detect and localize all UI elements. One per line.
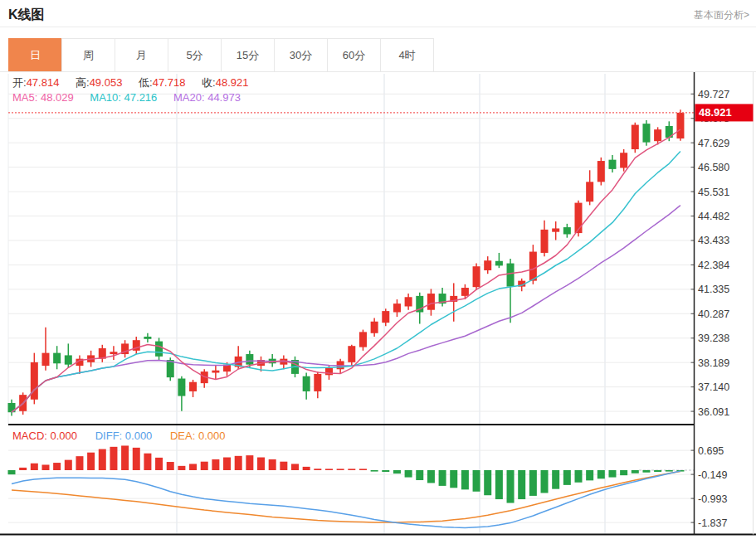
svg-text:45.531: 45.531	[698, 187, 729, 198]
open-label: 开:	[12, 76, 27, 89]
ma5-value: 48.029	[41, 91, 74, 104]
ma10-label: MA10:	[90, 91, 121, 104]
svg-text:37.140: 37.140	[698, 381, 729, 393]
svg-text:44.482: 44.482	[698, 211, 729, 222]
low-value: 47.718	[153, 76, 186, 89]
tab-day[interactable]: 日	[8, 38, 62, 71]
tab-60min[interactable]: 60分	[327, 38, 381, 71]
dea-label: DEA:	[170, 430, 195, 442]
svg-text:47.629: 47.629	[698, 138, 729, 149]
svg-text:38.189: 38.189	[698, 357, 729, 369]
svg-text:0.695: 0.695	[698, 445, 724, 457]
open-value: 47.814	[27, 76, 60, 89]
page-title: K线图	[8, 7, 45, 22]
svg-text:36.091: 36.091	[698, 406, 729, 418]
tab-30min[interactable]: 30分	[274, 38, 328, 71]
ma20-label: MA20:	[173, 91, 205, 104]
ma5-label: MA5:	[12, 91, 37, 104]
ma5-line	[12, 129, 680, 412]
low-label: 低:	[139, 76, 153, 89]
ma20-value: 44.973	[207, 91, 241, 104]
svg-text:40.287: 40.287	[698, 308, 729, 320]
ma10-line	[12, 152, 680, 413]
chart-area: 49.72748.67847.62946.58045.53144.48243.4…	[0, 72, 756, 538]
kline-page: K线图 基本面分析> 日周月5分15分30分60分4时 49.72748.678…	[0, 0, 756, 539]
svg-text:48.921: 48.921	[699, 106, 732, 119]
tab-month[interactable]: 月	[115, 38, 168, 71]
diff-value: 0.000	[125, 430, 153, 442]
svg-text:-0.993: -0.993	[698, 493, 727, 505]
svg-text:39.238: 39.238	[698, 333, 729, 344]
svg-text:43.433: 43.433	[698, 235, 729, 246]
high-label: 高:	[76, 76, 90, 89]
close-value: 48.921	[216, 76, 249, 89]
current-price-badge: 48.921	[695, 104, 754, 121]
svg-text:41.335: 41.335	[698, 284, 729, 295]
candles-layer	[8, 109, 685, 415]
close-label: 收:	[202, 76, 216, 89]
svg-text:49.727: 49.727	[698, 89, 729, 100]
macd-label: MACD:	[12, 430, 47, 442]
tab-4hour[interactable]: 4时	[380, 38, 434, 71]
tab-week[interactable]: 周	[61, 38, 115, 71]
ma20-line	[12, 206, 680, 413]
ohlc-row: 开:47.814 高:49.053 低:47.718 收:48.921	[12, 75, 261, 90]
svg-text:-0.149: -0.149	[698, 469, 727, 481]
ma10-value: 47.216	[124, 91, 158, 104]
period-tabs: 日周月5分15分30分60分4时	[0, 38, 756, 72]
fundamental-analysis-link[interactable]: 基本面分析>	[694, 8, 749, 22]
macd-value: 0.000	[51, 430, 78, 442]
macd-row: MACD: 0.000 DIFF: 0.000 DEA: 0.000	[12, 430, 226, 442]
svg-text:-1.837: -1.837	[698, 517, 727, 529]
high-value: 49.053	[90, 76, 123, 89]
kline-chart-canvas[interactable]: 49.72748.67847.62946.58045.53144.48243.4…	[0, 72, 756, 538]
ma-row: MA5: 48.029 MA10: 47.216 MA20: 44.973	[12, 91, 254, 104]
tab-15min[interactable]: 15分	[221, 38, 275, 71]
diff-label: DIFF:	[95, 430, 123, 442]
svg-text:42.384: 42.384	[698, 260, 729, 271]
tab-5min[interactable]: 5分	[168, 38, 222, 71]
price-axis-labels: 49.72748.67847.62946.58045.53144.48243.4…	[691, 89, 730, 418]
page-header: K线图 基本面分析>	[0, 0, 756, 27]
svg-text:46.580: 46.580	[698, 162, 729, 173]
dea-value: 0.000	[198, 430, 226, 442]
